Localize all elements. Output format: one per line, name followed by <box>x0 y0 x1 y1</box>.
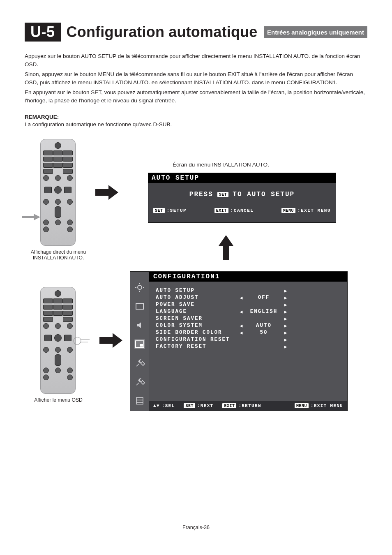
arrow-right-icon-2 <box>99 332 123 349</box>
page-title: Configuration automatique <box>67 23 258 41</box>
arrow-right-icon: ▶ <box>282 316 290 321</box>
svg-rect-8 <box>140 344 143 347</box>
press-text-left: PRESS <box>189 191 213 198</box>
sidebar-pip-icon <box>134 339 145 349</box>
menu-item-value: AUTO <box>245 323 282 328</box>
arrow-right-icon: ▶ <box>282 302 290 308</box>
sidebar-advanced-icon <box>134 396 145 406</box>
press-text-right: TO AUTO SETUP <box>233 191 295 198</box>
arrow-left-icon: ◀ <box>238 309 245 314</box>
arrow-right-icon: ▶ <box>282 295 290 301</box>
svg-point-0 <box>74 337 81 345</box>
osd-auto-press-row: PRESS SET TO AUTO SETUP <box>189 191 295 198</box>
foot-set-keycap: SET <box>153 208 165 213</box>
arrow-right-icon: ▶ <box>282 323 290 328</box>
section-code-badge: U-5 <box>25 23 61 42</box>
osd-menu-item: FACTORY RESET▶ <box>156 343 341 350</box>
menu-item-name: AUTO SETUP <box>156 288 238 294</box>
sidebar-tools1-icon <box>134 358 145 368</box>
foot-sel-icon: ▲▼ <box>153 403 160 408</box>
arrow-right-icon <box>95 184 119 201</box>
foot-sel-label: :SEL <box>162 403 175 408</box>
remote-illustration-1 <box>40 139 76 246</box>
menu-item-name: SCREEN SAVER <box>156 316 238 321</box>
foot-menu-keycap: MENU <box>281 208 295 213</box>
menu-item-value: ENGLISH <box>245 309 282 314</box>
osd-menu-item: AUTO SETUP▶ <box>156 287 341 294</box>
arrow-right-icon: ▶ <box>282 337 290 342</box>
osd-auto-setup-screen: AUTO SETUP PRESS SET TO AUTO SETUP SET:S… <box>148 173 336 223</box>
arrow-left-icon: ◀ <box>238 295 245 301</box>
page-number: Français-36 <box>0 525 392 530</box>
svg-point-1 <box>138 285 142 289</box>
sidebar-tools2-icon <box>134 377 145 387</box>
remote2-caption: Afficher le menu OSD <box>30 397 87 403</box>
osd-sidebar <box>130 272 149 411</box>
paragraph-1: Appuyez sur le bouton AUTO SETUP de la t… <box>25 52 367 69</box>
pointing-hand-icon <box>21 209 42 221</box>
osd-auto-title: Écran du menu INSTALLATION AUTO. <box>173 162 269 168</box>
foot-exit-label: :RETURN <box>238 403 261 408</box>
analog-input-badge: Entrées analogiques uniquement <box>264 26 367 38</box>
osd-menu-item: COLOR SYSTEM◀AUTO▶ <box>156 322 341 329</box>
menu-item-value: 50 <box>245 330 282 335</box>
remote1-caption: Affichage direct du menu INSTALLATION AU… <box>30 249 87 261</box>
menu-item-name: POWER SAVE <box>156 302 238 308</box>
foot-set-label: :NEXT <box>197 403 214 408</box>
body-text: Appuyez sur le bouton AUTO SETUP de la t… <box>25 52 367 105</box>
osd-menu-item: LANGUAGE◀ENGLISH▶ <box>156 308 341 315</box>
osd-menu-item: SCREEN SAVER▶ <box>156 315 341 322</box>
menu-item-name: CONFIGURATION RESET <box>156 337 238 342</box>
foot-set-label: :SETUP <box>167 208 187 213</box>
menu-item-name: LANGUAGE <box>156 309 238 314</box>
pointing-hand-icon-2 <box>73 335 94 346</box>
osd-menu-item: CONFIGURATION RESET▶ <box>156 336 341 343</box>
osd-menu-item: SIDE BORDER COLOR◀50▶ <box>156 329 341 336</box>
arrow-up-icon <box>218 234 234 261</box>
osd-menu-item: AUTO ADJUST◀OFF▶ <box>156 294 341 301</box>
menu-item-value: OFF <box>245 295 282 301</box>
sidebar-audio-icon <box>134 320 145 330</box>
remote-illustration-2 <box>40 287 76 394</box>
foot-exit-keycap: EXIT <box>214 208 228 213</box>
remark-label: REMARQUE: <box>25 114 367 120</box>
osd-configuration1-screen: CONFIGURATION1 AUTO SETUP▶AUTO ADJUST◀OF… <box>130 271 348 411</box>
arrow-right-icon: ▶ <box>282 309 290 314</box>
foot-menu-label: :EXIT MENU <box>311 403 343 408</box>
foot-exit-label: :CANCEL <box>231 208 254 213</box>
sidebar-brightness-icon <box>134 282 145 292</box>
arrow-right-icon: ▶ <box>282 288 290 294</box>
menu-item-name: SIDE BORDER COLOR <box>156 330 238 335</box>
menu-item-name: AUTO ADJUST <box>156 295 238 301</box>
foot-set-keycap: SET <box>184 403 195 408</box>
arrow-right-icon: ▶ <box>282 330 290 335</box>
remark-text: La configuration automatique ne fonction… <box>25 121 367 127</box>
menu-item-name: FACTORY RESET <box>156 344 238 349</box>
arrow-left-icon: ◀ <box>238 330 245 335</box>
osd-menu-item: POWER SAVE▶ <box>156 301 341 308</box>
menu-item-name: COLOR SYSTEM <box>156 323 238 328</box>
sidebar-screen-icon <box>134 301 145 311</box>
svg-rect-6 <box>136 303 143 309</box>
foot-exit-keycap: EXIT <box>222 403 236 408</box>
osd-conf-items: AUTO SETUP▶AUTO ADJUST◀OFF▶POWER SAVE▶LA… <box>149 282 347 401</box>
osd-conf-header: CONFIGURATION1 <box>149 272 347 282</box>
osd-auto-header: AUTO SETUP <box>148 173 336 183</box>
arrow-left-icon: ◀ <box>238 323 245 328</box>
paragraph-3: En appuyant sur le bouton SET, vous pouv… <box>25 88 367 105</box>
arrow-right-icon: ▶ <box>282 344 290 349</box>
set-keycap: SET <box>217 192 229 197</box>
svg-rect-9 <box>136 398 143 404</box>
paragraph-2: Sinon, appuyez sur le bouton MENU de la … <box>25 70 367 87</box>
foot-menu-label: :EXIT MENU <box>297 208 331 213</box>
foot-menu-keycap: MENU <box>295 403 309 408</box>
